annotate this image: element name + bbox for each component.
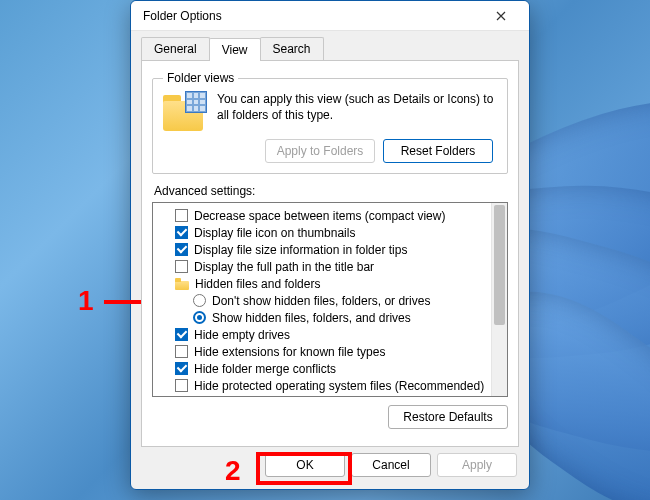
checkbox[interactable] (175, 328, 188, 341)
folder-icon (175, 278, 189, 290)
list-item[interactable]: Launch folder windows in a separate proc… (157, 394, 503, 397)
window-title: Folder Options (143, 9, 481, 23)
folder-views-description: You can apply this view (such as Details… (217, 91, 497, 123)
folder-options-dialog: Folder Options General View Search Folde… (130, 0, 530, 490)
checkbox[interactable] (175, 260, 188, 273)
list-item[interactable]: Show hidden files, folders, and drives (157, 309, 503, 326)
list-item[interactable]: Display the full path in the title bar (157, 258, 503, 275)
folder-views-group: Folder views You can apply this view (su… (152, 71, 508, 174)
list-item-label: Launch folder windows in a separate proc… (194, 396, 434, 398)
titlebar[interactable]: Folder Options (131, 1, 529, 31)
list-item-label: Don't show hidden files, folders, or dri… (212, 294, 430, 308)
checkbox[interactable] (175, 243, 188, 256)
list-item-label: Hide folder merge conflicts (194, 362, 336, 376)
checkbox[interactable] (175, 362, 188, 375)
list-item[interactable]: Display file size information in folder … (157, 241, 503, 258)
list-item-label: Show hidden files, folders, and drives (212, 311, 411, 325)
close-icon (496, 11, 506, 21)
checkbox[interactable] (175, 226, 188, 239)
list-item-label: Display the full path in the title bar (194, 260, 374, 274)
tab-general[interactable]: General (141, 37, 210, 60)
list-item[interactable]: Hide protected operating system files (R… (157, 377, 503, 394)
list-item-label: Display file size information in folder … (194, 243, 407, 257)
list-item-label: Hide protected operating system files (R… (194, 379, 484, 393)
folder-views-icon (163, 91, 207, 131)
list-item[interactable]: Display file icon on thumbnails (157, 224, 503, 241)
advanced-settings-label: Advanced settings: (154, 184, 508, 198)
checkbox[interactable] (175, 345, 188, 358)
annotation-number-2: 2 (225, 455, 241, 487)
checkbox[interactable] (175, 396, 188, 397)
tab-search[interactable]: Search (260, 37, 324, 60)
list-item[interactable]: Decrease space between items (compact vi… (157, 207, 503, 224)
apply-button[interactable]: Apply (437, 453, 517, 477)
folder-views-legend: Folder views (163, 71, 238, 85)
list-item-label: Hide extensions for known file types (194, 345, 385, 359)
tab-view[interactable]: View (209, 38, 261, 61)
tab-strip: General View Search (131, 31, 529, 60)
list-item-label: Hide empty drives (194, 328, 290, 342)
annotation-number-1: 1 (78, 285, 94, 317)
advanced-settings-list[interactable]: Decrease space between items (compact vi… (152, 202, 508, 397)
close-button[interactable] (481, 2, 521, 30)
list-item-label: Decrease space between items (compact vi… (194, 209, 445, 223)
cancel-button[interactable]: Cancel (351, 453, 431, 477)
list-item-label: Display file icon on thumbnails (194, 226, 355, 240)
list-item[interactable]: Hide empty drives (157, 326, 503, 343)
apply-to-folders-button[interactable]: Apply to Folders (265, 139, 375, 163)
scrollbar-thumb[interactable] (494, 205, 505, 325)
radio[interactable] (193, 311, 206, 324)
annotation-box-ok (256, 452, 352, 485)
reset-folders-button[interactable]: Reset Folders (383, 139, 493, 163)
checkbox[interactable] (175, 209, 188, 222)
list-item[interactable]: Don't show hidden files, folders, or dri… (157, 292, 503, 309)
scrollbar[interactable] (491, 203, 507, 396)
restore-defaults-button[interactable]: Restore Defaults (388, 405, 508, 429)
tab-view-panel: Folder views You can apply this view (su… (141, 60, 519, 447)
checkbox[interactable] (175, 379, 188, 392)
list-item[interactable]: Hide folder merge conflicts (157, 360, 503, 377)
list-item[interactable]: Hide extensions for known file types (157, 343, 503, 360)
list-item[interactable]: Hidden files and folders (157, 275, 503, 292)
list-item-label: Hidden files and folders (195, 277, 320, 291)
radio[interactable] (193, 294, 206, 307)
